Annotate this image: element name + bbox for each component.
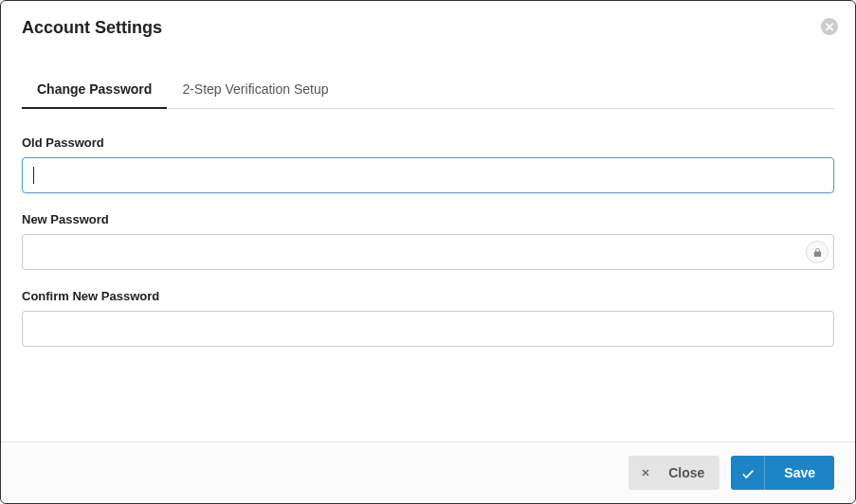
tabs: Change Password 2-Step Verification Setu… xyxy=(22,72,834,109)
close-button-label: Close xyxy=(663,465,719,480)
check-icon xyxy=(731,456,765,490)
modal-body: Change Password 2-Step Verification Setu… xyxy=(1,45,855,441)
new-password-input-wrap xyxy=(22,234,834,270)
tab-two-step-verification[interactable]: 2-Step Verification Setup xyxy=(167,72,343,108)
confirm-password-label: Confirm New Password xyxy=(22,289,834,303)
tab-change-password[interactable]: Change Password xyxy=(22,72,167,108)
close-button[interactable]: Close xyxy=(628,456,719,490)
new-password-group: New Password xyxy=(22,212,834,270)
lock-icon xyxy=(806,241,829,263)
account-settings-modal: Account Settings Change Password 2-Step … xyxy=(0,0,856,504)
new-password-label: New Password xyxy=(22,212,834,226)
confirm-password-input-wrap xyxy=(22,311,834,347)
close-icon[interactable] xyxy=(821,18,838,35)
confirm-password-group: Confirm New Password xyxy=(22,289,834,347)
modal-header: Account Settings xyxy=(1,1,855,45)
old-password-group: Old Password xyxy=(22,135,834,193)
old-password-input[interactable] xyxy=(22,157,834,193)
x-icon xyxy=(628,467,663,478)
text-cursor xyxy=(33,167,34,184)
change-password-form: Old Password New Password Confirm New Pa… xyxy=(22,109,834,347)
new-password-input[interactable] xyxy=(22,234,834,270)
save-button-label: Save xyxy=(765,465,834,480)
modal-title: Account Settings xyxy=(22,18,834,38)
modal-footer: Close Save xyxy=(1,441,855,503)
old-password-input-wrap xyxy=(22,157,834,193)
save-button[interactable]: Save xyxy=(731,456,834,490)
old-password-label: Old Password xyxy=(22,135,834,150)
confirm-password-input[interactable] xyxy=(22,311,834,347)
